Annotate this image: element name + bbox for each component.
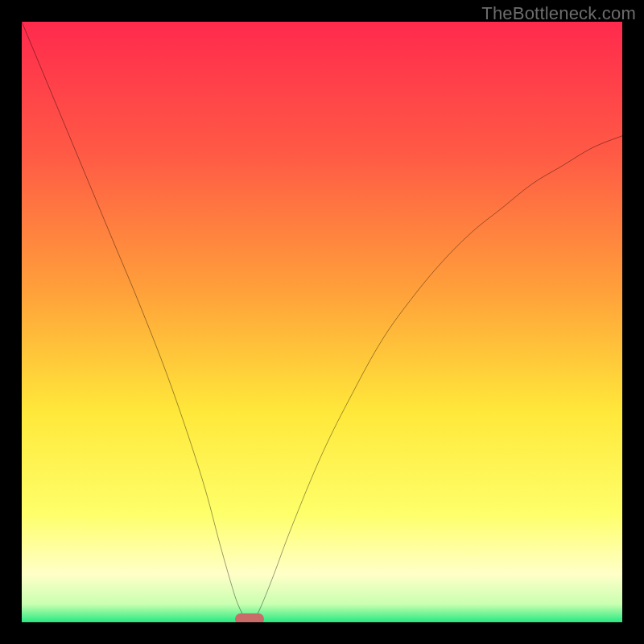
plot-area	[22, 22, 622, 622]
optimal-marker	[235, 613, 264, 622]
watermark-text: TheBottleneck.com	[481, 3, 636, 24]
chart-frame: TheBottleneck.com	[0, 0, 644, 644]
bottleneck-curve	[22, 22, 622, 622]
